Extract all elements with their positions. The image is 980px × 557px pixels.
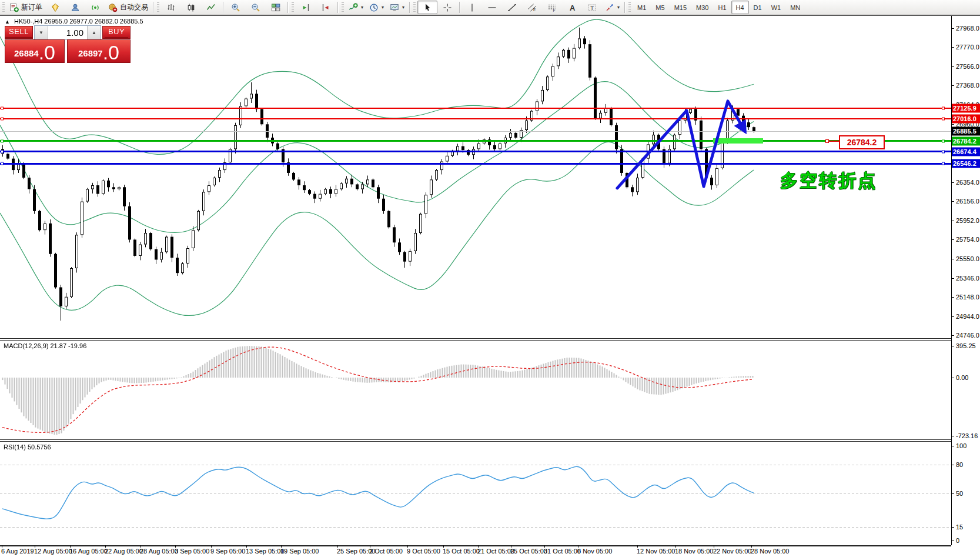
svg-text:T: T: [590, 4, 594, 11]
new-order-icon: [9, 3, 19, 12]
line-handle[interactable]: [1, 162, 4, 165]
tile-windows-button[interactable]: [266, 1, 286, 14]
hline-26546.2[interactable]: [0, 163, 951, 165]
text-label-button[interactable]: T: [582, 1, 602, 14]
text-button[interactable]: A: [562, 1, 582, 14]
pane-separator-macd[interactable]: [0, 338, 951, 341]
fibonacci-button[interactable]: F: [542, 1, 562, 14]
rsi-pane-canvas[interactable]: [0, 442, 951, 545]
tf-h1-button[interactable]: H1: [713, 1, 731, 14]
auto-trading-button[interactable]: 自动交易: [105, 1, 151, 14]
tf-mn-button[interactable]: MN: [785, 1, 805, 14]
tf-m1-button[interactable]: M1: [633, 1, 651, 14]
time-tick-label: 9 Sep 05:00: [210, 548, 245, 555]
market-watch-button[interactable]: [65, 1, 85, 14]
support-highlight-rectangle[interactable]: [713, 138, 763, 144]
periods-button[interactable]: ▾: [366, 1, 387, 14]
vertical-line-icon: [467, 3, 477, 12]
line-handle[interactable]: [1, 107, 4, 110]
line-handle[interactable]: [1, 118, 4, 121]
chart-shift-button[interactable]: [316, 1, 336, 14]
current-price-label: 26885.5: [952, 127, 980, 136]
line-handle[interactable]: [942, 150, 945, 153]
line-handle[interactable]: [942, 118, 945, 121]
volume-input[interactable]: 1.00: [48, 26, 87, 39]
chart-profiles-button[interactable]: [45, 1, 65, 14]
line-chart-button[interactable]: [201, 1, 221, 14]
signals-button[interactable]: [85, 1, 105, 14]
zoom-out-button[interactable]: [246, 1, 266, 14]
price-tick-label: 25550.0: [956, 255, 979, 262]
auto-scroll-button[interactable]: [296, 1, 316, 14]
line-handle[interactable]: [1, 139, 4, 142]
time-axis-border: [0, 545, 951, 546]
line-handle[interactable]: [942, 139, 945, 142]
tf-m15-button[interactable]: M15: [670, 1, 691, 14]
price-tick-label: 25952.0: [956, 217, 979, 224]
line-handle[interactable]: [942, 107, 945, 110]
price-tick-label: 26354.0: [956, 179, 979, 186]
time-tick-label: 25 Oct 05:00: [510, 548, 547, 555]
tf-d1-button[interactable]: D1: [749, 1, 767, 14]
bar-chart-button[interactable]: [161, 1, 181, 14]
rsi-tick-label: 80: [956, 461, 963, 468]
toolbar-separator: [459, 2, 460, 13]
indicators-icon: [349, 3, 358, 12]
tf-m5-button[interactable]: M5: [651, 1, 669, 14]
sell-button[interactable]: SELL: [5, 26, 33, 39]
trendline-button[interactable]: [502, 1, 522, 14]
hline-27125.9[interactable]: [0, 108, 951, 109]
trendline-icon: [507, 3, 517, 12]
tf-m30-button[interactable]: M30: [691, 1, 713, 14]
templates-dropdown-icon[interactable]: ▾: [402, 5, 404, 10]
tf-h4-button[interactable]: H4: [731, 1, 749, 14]
toolbar-grip: [292, 2, 294, 12]
equidistant-channel-button[interactable]: E: [522, 1, 542, 14]
crosshair-button[interactable]: [437, 1, 457, 14]
periods-dropdown-icon[interactable]: ▾: [382, 5, 384, 10]
macd-tick-label: -723.16: [956, 432, 978, 439]
indicators-button[interactable]: ▾: [346, 1, 366, 14]
vertical-line-button[interactable]: [462, 1, 482, 14]
pane-separator-rsi[interactable]: [0, 439, 951, 442]
candle-chart-icon: [186, 3, 196, 12]
tile-windows-icon: [271, 3, 280, 12]
time-tick-label: 19 Sep 05:00: [280, 548, 319, 555]
line-handle[interactable]: [942, 162, 945, 165]
macd-pane-canvas[interactable]: [0, 341, 951, 439]
horizontal-line-button[interactable]: [482, 1, 502, 14]
arrows-dropdown-icon[interactable]: ▾: [617, 5, 620, 10]
price-callout-label[interactable]: 26784.2: [839, 135, 885, 149]
macd-tick-label: 395.25: [956, 342, 976, 349]
zoom-out-icon: [251, 3, 260, 12]
time-tick-label: 22 Nov 05:00: [713, 548, 751, 555]
price-tick-mark: [951, 85, 954, 86]
volume-decrease-button[interactable]: ▼: [35, 26, 48, 39]
arrows-button[interactable]: ▾: [602, 1, 623, 14]
zoom-in-button[interactable]: [226, 1, 246, 14]
price-callout-text: 26784.2: [847, 138, 877, 147]
time-tick-label: 3 Sep 05:00: [175, 548, 209, 555]
sell-price-button[interactable]: 26884 .0: [5, 39, 65, 63]
collapse-panel-icon[interactable]: ▲: [5, 19, 10, 25]
new-order-button[interactable]: 新订单: [6, 1, 45, 14]
auto-trading-label: 自动交易: [120, 2, 148, 12]
templates-button[interactable]: ▾: [387, 1, 407, 14]
hline-26784.2[interactable]: [0, 140, 951, 142]
toolbar-separator: [409, 2, 410, 13]
volume-stepper[interactable]: ▼ 1.00 ▲: [34, 25, 101, 40]
time-tick-label: 28 Nov 05:00: [751, 548, 789, 555]
hline-27016.0[interactable]: [0, 118, 951, 119]
cursor-button[interactable]: [417, 1, 437, 14]
tf-w1-button[interactable]: W1: [767, 1, 786, 14]
price-tick-mark: [951, 278, 954, 279]
volume-increase-button[interactable]: ▲: [87, 26, 101, 39]
candle-chart-button[interactable]: [181, 1, 201, 14]
buy-button[interactable]: BUY: [102, 26, 131, 39]
indicators-dropdown-icon[interactable]: ▾: [361, 5, 363, 10]
buy-price-button[interactable]: 26897 .0: [67, 39, 131, 63]
price-tick-label: 24944.0: [956, 313, 979, 320]
line-handle[interactable]: [1, 150, 4, 153]
hline-26674.4[interactable]: [0, 151, 951, 152]
auto-trading-icon: [108, 3, 118, 12]
